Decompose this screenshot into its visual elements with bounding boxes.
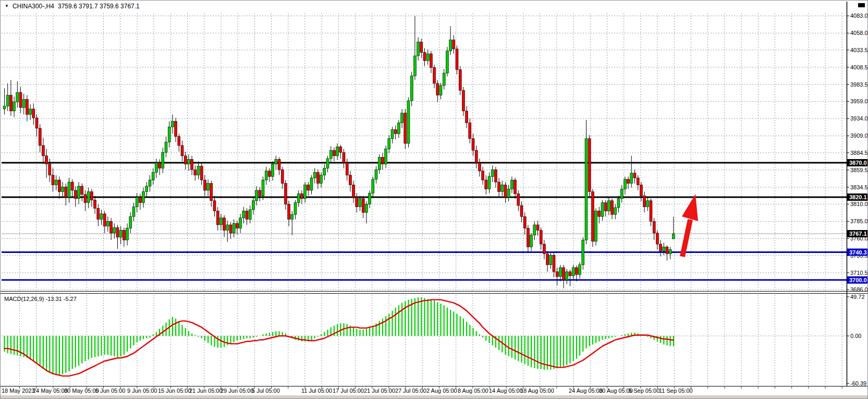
svg-text:14 Aug 05:00: 14 Aug 05:00 (489, 388, 523, 394)
svg-text:30 May 05:00: 30 May 05:00 (64, 388, 99, 394)
ohlc-quote: 3759.6 3791.7 3759.6 3767.1 (58, 3, 140, 10)
svg-text:24 May 05:00: 24 May 05:00 (33, 388, 68, 394)
time-axis: 18 May 202324 May 05:0030 May 05:005 Jun… (2, 386, 842, 394)
svg-text:5 Jun 05:00: 5 Jun 05:00 (95, 388, 126, 394)
symbol-quote-bar: ▼ CHINA300-,H4 3759.6 3791.7 3759.6 3767… (5, 3, 140, 10)
svg-text:5 Sep 05:00: 5 Sep 05:00 (629, 388, 659, 394)
svg-text:8 Aug 05:00: 8 Aug 05:00 (458, 388, 488, 394)
svg-text:3909.0: 3909.0 (850, 132, 867, 139)
svg-text:3686.0: 3686.0 (850, 286, 867, 293)
window-bottom-strip (1, 395, 867, 398)
svg-text:3785.0: 3785.0 (850, 218, 867, 224)
svg-text:3870.0: 3870.0 (849, 160, 867, 166)
svg-text:0.00: 0.00 (850, 333, 861, 339)
svg-text:4058.0: 4058.0 (850, 30, 867, 36)
svg-text:3810.0: 3810.0 (850, 201, 867, 207)
macd-indicator-label: MACD(12,26,9) -13.31 -5.27 (4, 296, 77, 302)
svg-text:18 May 2023: 18 May 2023 (2, 388, 35, 394)
svg-text:4083.0: 4083.0 (850, 13, 867, 19)
svg-text:5 Jul 05:00: 5 Jul 05:00 (252, 388, 280, 394)
svg-text:3740.3: 3740.3 (849, 249, 867, 256)
svg-text:3859.5: 3859.5 (850, 167, 867, 173)
trend-arrow[interactable] (682, 194, 698, 257)
svg-text:21 Jun 05:00: 21 Jun 05:00 (189, 388, 223, 394)
svg-text:27 Jul 05:00: 27 Jul 05:00 (395, 388, 426, 394)
svg-text:-60.39: -60.39 (850, 380, 866, 386)
chart-canvas[interactable]: 4083.04058.04033.54008.53983.53959.03934… (1, 1, 867, 398)
svg-text:3959.0: 3959.0 (850, 98, 867, 104)
svg-text:2 Aug 05:00: 2 Aug 05:00 (426, 388, 457, 394)
macd-histogram (5, 297, 674, 375)
svg-text:4033.5: 4033.5 (850, 47, 867, 53)
svg-text:24 Aug 05:00: 24 Aug 05:00 (569, 388, 603, 394)
svg-text:3710.5: 3710.5 (850, 270, 867, 276)
svg-text:15 Jun 05:00: 15 Jun 05:00 (158, 388, 191, 394)
svg-text:29 Jun 05:00: 29 Jun 05:00 (221, 388, 254, 394)
svg-text:9 Jun 05:00: 9 Jun 05:00 (127, 388, 157, 394)
svg-text:3820.1: 3820.1 (849, 194, 867, 200)
svg-text:17 Jul 05:00: 17 Jul 05:00 (333, 388, 364, 394)
svg-text:3700.0: 3700.0 (849, 277, 867, 283)
svg-text:18 Aug 05:00: 18 Aug 05:00 (520, 388, 554, 394)
svg-text:30 Aug 05:00: 30 Aug 05:00 (599, 388, 633, 394)
candles-layer (3, 16, 675, 288)
svg-text:3983.5: 3983.5 (850, 81, 867, 88)
svg-text:21 Jul 05:00: 21 Jul 05:00 (364, 388, 395, 394)
svg-text:49.72: 49.72 (850, 294, 865, 300)
svg-text:3934.0: 3934.0 (850, 115, 867, 122)
svg-text:4008.5: 4008.5 (850, 64, 867, 70)
svg-text:3834.5: 3834.5 (850, 184, 867, 190)
symbol-dropdown-icon[interactable]: ▼ (5, 3, 9, 9)
svg-text:3767.1: 3767.1 (849, 231, 867, 237)
chart-window: 4083.04058.04033.54008.53983.53959.03934… (0, 0, 868, 399)
chart-shift-marker-icon[interactable] (858, 3, 865, 7)
svg-text:11 Sep 05:00: 11 Sep 05:00 (659, 388, 693, 394)
symbol-period-label: CHINA300-,H4 (13, 3, 54, 10)
svg-text:11 Jul 05:00: 11 Jul 05:00 (301, 388, 332, 394)
svg-text:3884.5: 3884.5 (850, 150, 867, 156)
